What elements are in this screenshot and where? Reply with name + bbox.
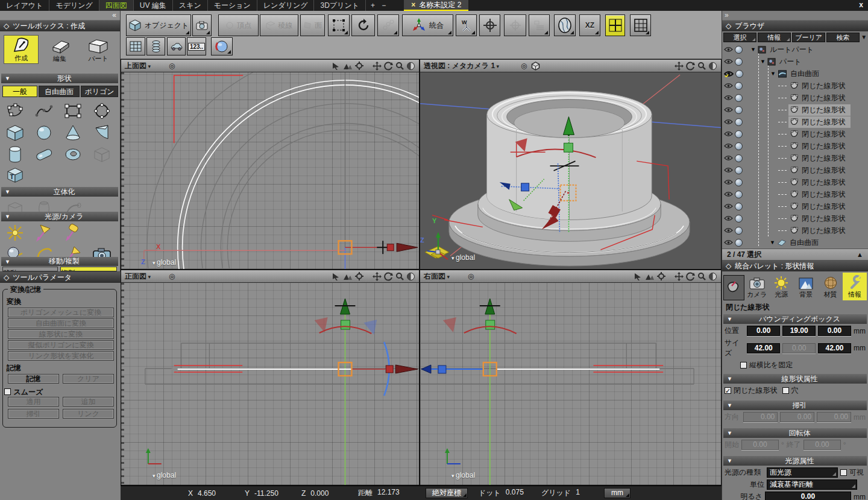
palette-tab-background[interactable]: 背景 (794, 273, 818, 300)
viewport-right[interactable]: 右面図 ◎ (420, 270, 722, 486)
material-sphere-icon[interactable] (735, 191, 743, 198)
tree-item-closed-line[interactable]: 閉じた線形状 (722, 224, 868, 236)
material-sphere-icon[interactable] (735, 118, 743, 126)
shape-tab-general[interactable]: 一般 (2, 86, 37, 97)
menu-rendering[interactable]: レンダリング (257, 0, 315, 11)
section-light-camera[interactable]: ▼光源/カメラ (1, 212, 118, 221)
viewport-top-canvas[interactable]: X Z global (121, 72, 419, 269)
section-shape[interactable]: ▼形状 (1, 74, 118, 83)
target-ring-icon[interactable]: ◎ (169, 272, 175, 280)
browser-tab-search[interactable]: 検索 (826, 33, 860, 42)
tool-rectangle[interactable] (61, 101, 84, 121)
zoom-icon[interactable] (697, 272, 706, 280)
menu-uvedit[interactable]: UV 編集 (134, 0, 173, 11)
material-sphere-icon[interactable] (735, 166, 743, 174)
tool-spot-light[interactable] (33, 223, 55, 242)
convert-to-freeform-button[interactable]: 自由曲面に変換 (8, 318, 114, 328)
collapse-left-icon[interactable]: « (112, 11, 116, 19)
visibility-eye-icon-active[interactable] (724, 71, 734, 77)
rect-select-button[interactable] (328, 14, 350, 36)
light-type-dropdown[interactable]: 面光源 (767, 467, 838, 478)
tree-item-closed-line[interactable]: 閉じた線形状 (722, 80, 868, 92)
tool-directional-light[interactable] (61, 223, 84, 242)
zoom-icon[interactable] (395, 62, 404, 70)
gear-icon[interactable] (355, 272, 364, 280)
toolbox-tab-create[interactable]: 作成 (4, 35, 39, 64)
tree-item-closed-line[interactable]: 閉じた線形状 (722, 176, 868, 188)
tree-item-part[interactable]: ▼ パート (722, 55, 868, 68)
object-type-icon[interactable] (723, 275, 744, 300)
toolbox-tab-part[interactable]: パート (81, 35, 116, 64)
tree-item-closed-line[interactable]: 閉じた線形状 (722, 128, 868, 140)
materialize-link-button[interactable]: リンク形状を実体化 (8, 351, 114, 361)
coordinate-mode-label[interactable]: global (451, 471, 475, 479)
visibility-eye-icon[interactable] (724, 227, 733, 233)
position-x-field[interactable]: 0.00 (747, 326, 780, 336)
coordinate-mode-label[interactable]: global (451, 253, 475, 262)
shading-icon[interactable] (406, 272, 415, 281)
visibility-eye-icon[interactable] (724, 46, 733, 52)
tree-item-closed-line[interactable]: 閉じた線形状 (722, 140, 868, 152)
shape-tab-polygon[interactable]: ポリゴン (81, 86, 118, 97)
expand-arrow-icon[interactable]: ▼ (760, 59, 766, 65)
material-sphere-icon[interactable] (735, 154, 743, 162)
tool-sphere[interactable] (33, 123, 55, 142)
material-sphere-icon[interactable] (735, 46, 743, 54)
material-sphere-icon[interactable] (735, 106, 743, 114)
position-y-field[interactable]: 19.00 (782, 326, 816, 336)
unit-button[interactable]: mm (604, 488, 631, 498)
viewport-perspective-canvas[interactable]: Y Z global (420, 72, 721, 269)
tree-item-closed-line[interactable]: 閉じた線形状 (722, 152, 868, 164)
browser-tab-info[interactable]: 情報 (758, 33, 791, 42)
convert-to-pseudopolygon-button[interactable]: 擬似ポリゴンに変換 (8, 340, 114, 350)
memory-button[interactable]: 記憶 (8, 374, 59, 384)
position-z-field[interactable]: 0.00 (818, 326, 851, 336)
tree-item-closed-line-selected[interactable]: 閉じた線形状 (722, 116, 868, 128)
material-sphere-icon[interactable] (735, 94, 743, 102)
expand-arrow-icon[interactable]: ▼ (770, 239, 775, 245)
light-unit-dropdown[interactable]: 減衰基準距離 (767, 479, 857, 490)
pan-icon[interactable] (373, 272, 382, 281)
section-light-attributes[interactable]: ▼光源属性 (723, 456, 867, 466)
zoom-icon[interactable] (395, 272, 404, 280)
primitive-sphere-button[interactable] (211, 37, 233, 55)
globe-view-button[interactable] (554, 14, 576, 36)
target-ring-icon[interactable]: ◎ (169, 62, 175, 70)
section-move-copy[interactable]: ▼移動/複製 (1, 257, 118, 266)
visibility-eye-icon[interactable] (724, 59, 733, 65)
browser-menu-arrow[interactable]: ▼ (861, 33, 867, 42)
copy-button[interactable]: 複製 (60, 267, 117, 271)
tool-cylinder[interactable] (4, 145, 27, 164)
window-close-icon[interactable]: x (859, 1, 863, 9)
hole-checkbox[interactable] (782, 387, 789, 394)
viewport-right-canvas[interactable]: global (420, 283, 721, 485)
toolbox-header[interactable]: ◇ ツールボックス : 作成 (0, 21, 120, 31)
viewport-perspective-title[interactable]: 透視図 : メタカメラ 1 (424, 61, 499, 71)
tree-item-closed-line[interactable]: 閉じた線形状 (722, 200, 868, 212)
material-sphere-icon[interactable] (735, 239, 743, 247)
tree-item-closed-line[interactable]: 閉じた線形状 (722, 92, 868, 104)
palette-tab-camera[interactable]: カメラ (745, 273, 769, 300)
viewport-front[interactable]: 正面図 ◎ (121, 270, 420, 486)
viewport-front-title[interactable]: 正面図 (125, 271, 151, 282)
viewport-top-header[interactable]: 上面図 ◎ (121, 60, 419, 72)
palette-tab-info[interactable]: 情報 (843, 273, 867, 300)
orbit-icon[interactable] (384, 272, 393, 281)
collapse-right-icon[interactable]: » (725, 11, 729, 19)
section-solid[interactable]: ▼立体化 (1, 187, 118, 197)
tree-item-closed-line-selected[interactable]: 閉じた線形状 (722, 104, 868, 116)
viewport-right-title[interactable]: 右面図 (424, 271, 450, 282)
display-mode-icon[interactable] (343, 62, 353, 70)
pan-icon[interactable] (675, 272, 684, 281)
palette-header[interactable]: ◇ 統合パレット : 形状情報 (722, 261, 868, 271)
fix-aspect-checkbox[interactable] (740, 362, 747, 369)
clear-button[interactable]: クリア (63, 374, 114, 384)
orbit-icon[interactable] (384, 62, 393, 71)
palette-tab-light[interactable]: 光源 (769, 273, 793, 300)
visibility-eye-icon[interactable] (724, 167, 733, 173)
tool-torus[interactable] (61, 145, 84, 164)
cursor-icon[interactable] (332, 273, 341, 280)
tool-cube[interactable] (4, 123, 27, 142)
grid-layout-button[interactable] (630, 14, 651, 36)
viewport-right-header[interactable]: 右面図 ◎ (420, 270, 721, 283)
